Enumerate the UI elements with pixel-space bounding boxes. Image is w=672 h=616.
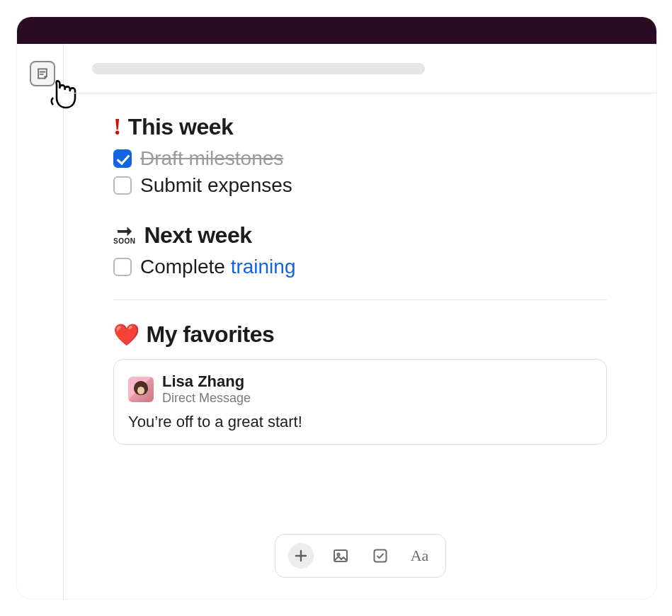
document-icon — [35, 67, 50, 81]
message-source: Direct Message — [162, 391, 251, 406]
checklist-item[interactable]: Complete training — [113, 256, 607, 278]
avatar — [128, 377, 154, 402]
checklist-label: Draft milestones — [140, 147, 283, 170]
checklist-button[interactable] — [368, 543, 393, 569]
image-button[interactable] — [328, 543, 353, 569]
checklist-label: Submit expenses — [140, 174, 292, 197]
exclamation-icon: ! — [113, 113, 121, 140]
section-heading-favorites: ❤️ My favorites — [113, 321, 607, 348]
section-title: This week — [128, 114, 233, 140]
add-button[interactable] — [288, 543, 314, 569]
message-text: You’re off to a great start! — [128, 413, 592, 431]
checkbox-checked-icon[interactable] — [113, 149, 132, 168]
svg-rect-2 — [374, 550, 386, 562]
checkbox-icon[interactable] — [113, 176, 132, 195]
checklist-item[interactable]: Draft milestones — [113, 147, 607, 170]
plus-icon — [292, 547, 309, 564]
app-window: ! This week Draft milestones Submit expe… — [17, 17, 656, 599]
canvas-content[interactable]: ! This week Draft milestones Submit expe… — [64, 93, 656, 599]
floating-toolbar: Aa — [275, 534, 446, 578]
section-title: Next week — [144, 222, 251, 249]
soon-icon: ➞ SOON — [113, 226, 135, 245]
section-title: My favorites — [147, 321, 275, 348]
header-strip — [64, 44, 656, 93]
text-format-icon: Aa — [411, 547, 429, 565]
svg-point-1 — [337, 553, 339, 555]
image-icon — [332, 547, 349, 564]
heart-icon: ❤️ — [113, 324, 139, 346]
checkbox-tool-icon — [372, 547, 389, 564]
titlebar — [17, 17, 656, 44]
sender-name: Lisa Zhang — [162, 372, 251, 391]
checklist-item[interactable]: Submit expenses — [113, 174, 607, 197]
section-heading-next-week: ➞ SOON Next week — [113, 222, 607, 249]
checkbox-icon[interactable] — [113, 258, 132, 276]
title-placeholder[interactable] — [92, 63, 425, 74]
card-header: Lisa Zhang Direct Message — [128, 372, 592, 406]
training-link[interactable]: training — [231, 256, 296, 278]
body: ! This week Draft milestones Submit expe… — [17, 44, 656, 599]
canvas-icon-button[interactable] — [30, 61, 55, 86]
format-button[interactable]: Aa — [407, 543, 433, 569]
main-content: ! This week Draft milestones Submit expe… — [64, 44, 656, 599]
favorite-message-card[interactable]: Lisa Zhang Direct Message You’re off to … — [113, 359, 607, 445]
sidebar-rail — [17, 44, 64, 599]
section-heading-this-week: ! This week — [113, 113, 607, 140]
checklist-label: Complete training — [140, 256, 295, 278]
divider — [113, 300, 607, 300]
